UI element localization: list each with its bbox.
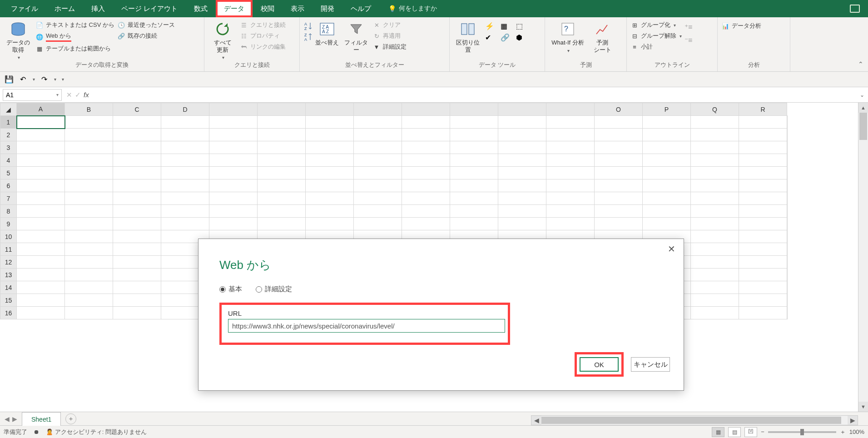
cell[interactable] [402,116,450,129]
cell[interactable] [17,218,65,230]
get-data-button[interactable]: データの 取得 ▾ [4,19,33,60]
cell[interactable] [546,129,595,141]
tab-file[interactable]: ファイル [3,0,46,17]
cell[interactable] [739,154,787,167]
cell[interactable] [17,205,65,218]
cell[interactable] [691,154,739,167]
cell[interactable] [258,218,306,230]
cell[interactable] [258,116,306,129]
cell[interactable] [787,218,788,230]
filter-button[interactable]: フィルター [342,19,370,53]
cell[interactable] [209,116,258,129]
group-button[interactable]: ⊞グループ化▾ [630,21,682,29]
scroll-right-icon[interactable]: ▶ [848,416,858,425]
cell[interactable] [161,129,209,141]
cell[interactable] [546,141,595,154]
cell[interactable] [113,307,161,319]
cell[interactable] [65,154,113,167]
macro-record-icon[interactable]: ⏺ [34,428,40,435]
cell[interactable] [739,281,787,294]
cell[interactable] [354,192,402,205]
cell[interactable] [739,256,787,269]
cell[interactable] [65,179,113,192]
cell[interactable] [306,192,354,205]
row-header[interactable]: 16 [0,307,17,319]
cell[interactable] [691,269,739,281]
cell[interactable] [498,167,546,179]
cell[interactable] [354,205,402,218]
cell[interactable] [691,129,739,141]
cell[interactable] [787,192,788,205]
cell[interactable] [787,281,788,294]
chevron-down-icon[interactable]: ▾ [56,92,59,97]
cell[interactable] [209,205,258,218]
row-header[interactable]: 4 [0,154,17,167]
worksheet-grid[interactable]: ◢ A B C D O P Q R 1234567891011121314151… [0,103,868,412]
data-analysis-button[interactable]: 📊データ分析 [721,19,761,30]
tab-view[interactable]: 表示 [283,0,312,17]
zoom-in-button[interactable]: ＋ [840,428,846,436]
cell[interactable] [450,129,498,141]
cell[interactable] [65,192,113,205]
sheet-tab[interactable]: Sheet1 [22,412,61,426]
tell-me[interactable]: 💡 何をしますか [388,5,437,13]
flash-fill-icon[interactable]: ⚡ [485,22,498,30]
cell[interactable] [498,129,546,141]
cell[interactable] [17,116,65,129]
column-header[interactable] [402,103,450,116]
cell[interactable] [354,218,402,230]
tab-insert[interactable]: 挿入 [83,0,113,17]
scroll-down-icon[interactable]: ▼ [858,402,868,412]
cell[interactable] [65,243,113,256]
cell[interactable] [450,154,498,167]
cell[interactable] [643,167,691,179]
cell[interactable] [546,192,595,205]
cell[interactable] [643,154,691,167]
cell[interactable] [739,116,787,129]
cell[interactable] [787,205,788,218]
cell[interactable] [113,154,161,167]
column-header[interactable] [209,103,258,116]
cell[interactable] [691,116,739,129]
cell[interactable] [450,116,498,129]
row-header[interactable]: 10 [0,230,17,243]
cell[interactable] [258,167,306,179]
cell[interactable] [450,205,498,218]
row-header[interactable]: 12 [0,256,17,269]
cell[interactable] [546,116,595,129]
cell[interactable] [258,192,306,205]
cell[interactable] [739,129,787,141]
cell[interactable] [739,307,787,319]
column-header[interactable]: A [17,103,65,116]
cell[interactable] [739,269,787,281]
row-header[interactable]: 8 [0,205,17,218]
column-header[interactable]: D [161,103,209,116]
sort-asc-button[interactable]: AZ [303,22,312,30]
cell[interactable] [498,205,546,218]
advanced-filter-button[interactable]: ▼詳細設定 [372,43,407,51]
column-header[interactable]: Q [691,103,739,116]
cell[interactable] [787,141,788,154]
cell[interactable] [306,179,354,192]
zoom-out-button[interactable]: − [761,428,764,435]
cell[interactable] [209,192,258,205]
redo-icon[interactable]: ↷ [40,75,49,84]
cell[interactable] [691,230,739,243]
from-text-csv-button[interactable]: 📄テキストまたは CSV から [35,21,114,29]
column-header[interactable] [450,103,498,116]
tab-home[interactable]: ホーム [46,0,83,17]
sort-desc-button[interactable]: ZA [303,33,312,41]
cell[interactable] [306,116,354,129]
customize-qat-icon[interactable]: ▾ [62,77,64,82]
cell[interactable] [113,281,161,294]
tab-help[interactable]: ヘルプ [342,0,379,17]
cell[interactable] [691,243,739,256]
tab-formulas[interactable]: 数式 [186,0,216,17]
forecast-sheet-button[interactable]: 予測 シート [590,19,615,53]
cell[interactable] [402,218,450,230]
cell[interactable] [643,116,691,129]
cell[interactable] [595,129,643,141]
cell[interactable] [161,179,209,192]
cell[interactable] [65,141,113,154]
cell[interactable] [113,218,161,230]
